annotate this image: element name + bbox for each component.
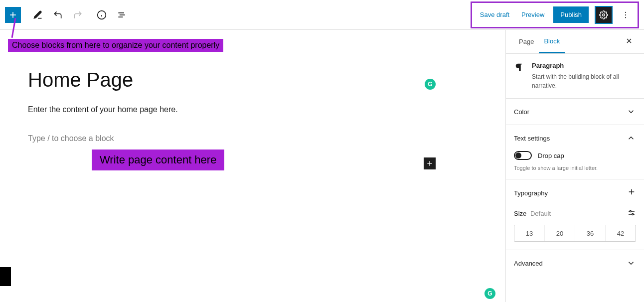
- drop-cap-help: Toggle to show a large initial letter.: [514, 165, 636, 171]
- block-description: Start with the building block of all nar…: [532, 72, 636, 90]
- drop-cap-toggle[interactable]: [514, 151, 532, 160]
- outline-button[interactable]: [113, 6, 131, 24]
- text-settings-title: Text settings: [514, 135, 550, 142]
- block-title: Paragraph: [532, 62, 636, 69]
- typography-title: Typography: [514, 189, 548, 197]
- color-panel-title: Color: [514, 108, 529, 116]
- block-info-panel: Paragraph Start with the building block …: [506, 54, 644, 99]
- inline-add-block-button[interactable]: [424, 157, 436, 169]
- size-preset-13[interactable]: 13: [514, 225, 545, 241]
- advanced-title: Advanced: [514, 260, 543, 267]
- drop-cap-row: Drop cap: [514, 151, 636, 160]
- info-button[interactable]: [93, 6, 111, 24]
- page-content-paragraph[interactable]: Enter the content of your home page here…: [28, 105, 505, 114]
- typography-header[interactable]: Typography: [514, 187, 636, 198]
- chevron-down-icon: [626, 258, 636, 268]
- drop-cap-label: Drop cap: [538, 152, 564, 159]
- paragraph-icon: [514, 62, 526, 75]
- size-preset-36[interactable]: 36: [575, 225, 606, 241]
- save-draft-button[interactable]: Save draft: [477, 8, 512, 21]
- svg-point-8: [603, 13, 605, 16]
- publish-button[interactable]: Publish: [553, 6, 589, 23]
- edit-tool-button[interactable]: [29, 6, 47, 24]
- size-presets: 13 20 36 42: [514, 225, 636, 242]
- size-preset-20[interactable]: 20: [545, 225, 575, 241]
- tab-page[interactable]: Page: [514, 31, 539, 52]
- settings-button[interactable]: [595, 6, 613, 24]
- add-block-button[interactable]: [5, 7, 21, 23]
- grammarly-icon[interactable]: G: [425, 79, 436, 90]
- undo-button[interactable]: [49, 6, 67, 24]
- text-settings-header[interactable]: Text settings: [514, 133, 636, 143]
- custom-size-button[interactable]: [627, 208, 636, 219]
- svg-point-11: [625, 17, 626, 18]
- font-size-row: Size Default: [514, 208, 636, 219]
- editor-wrap: Choose blocks from here to organize your…: [0, 30, 644, 302]
- top-toolbar: Save draft Preview Publish: [0, 0, 644, 30]
- sidebar-tabs: Page Block: [506, 30, 644, 54]
- block-placeholder[interactable]: Type / to choose a block: [28, 134, 505, 143]
- typography-add-button[interactable]: [627, 187, 636, 198]
- size-label: Size: [514, 210, 526, 217]
- typography-panel: Typography Size Default 13 20 36 42: [506, 179, 644, 250]
- tab-block[interactable]: Block: [539, 30, 565, 53]
- editor-canvas: Choose blocks from here to organize your…: [0, 30, 505, 302]
- svg-point-21: [632, 214, 634, 215]
- settings-sidebar: Page Block Paragraph Start with the buil…: [505, 30, 644, 302]
- svg-point-9: [625, 11, 626, 12]
- redo-button[interactable]: [69, 6, 87, 24]
- toolbar-right-highlight: Save draft Preview Publish: [471, 1, 639, 28]
- chevron-down-icon: [626, 107, 636, 117]
- toolbar-left: [5, 6, 131, 24]
- more-options-button[interactable]: [619, 6, 633, 24]
- svg-point-10: [625, 14, 626, 15]
- annotation-choose-blocks: Choose blocks from here to organize your…: [8, 39, 223, 52]
- annotation-write-content: Write page content here: [92, 150, 224, 170]
- size-preset-42[interactable]: 42: [606, 225, 636, 241]
- color-panel[interactable]: Color: [506, 99, 644, 125]
- left-edge-tab[interactable]: [0, 267, 11, 286]
- grammarly-icon-bottom[interactable]: G: [484, 288, 495, 299]
- svg-point-19: [630, 211, 631, 212]
- advanced-panel[interactable]: Advanced: [506, 250, 644, 276]
- preview-button[interactable]: Preview: [518, 8, 547, 21]
- size-default: Default: [530, 210, 551, 217]
- chevron-up-icon: [626, 133, 636, 143]
- text-settings-panel: Text settings Drop cap Toggle to show a …: [506, 125, 644, 179]
- sidebar-close-button[interactable]: [622, 34, 636, 50]
